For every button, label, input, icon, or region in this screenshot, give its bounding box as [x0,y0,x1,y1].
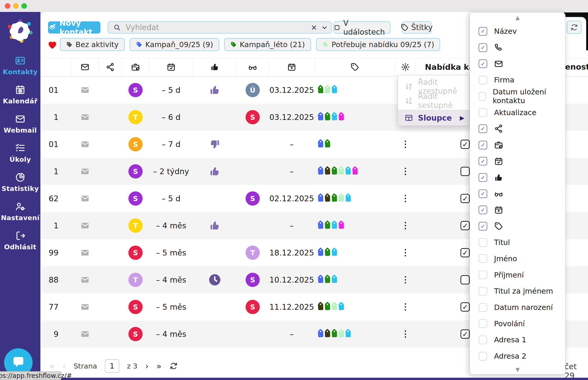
row-menu-button[interactable] [403,165,408,177]
column-toggle-firma[interactable]: Firma [470,72,565,88]
row-menu-button[interactable] [403,247,408,259]
checkbox-icon[interactable] [479,238,487,247]
column-toggle-jmeno[interactable]: Jméno [470,251,565,267]
offer-checkbox[interactable]: ✓ [460,329,470,339]
checkbox-icon[interactable]: ✓ [479,173,487,182]
offer-checkbox[interactable]: ✓ [460,194,470,203]
offer-checkbox[interactable] [460,167,470,176]
column-toggle-share[interactable]: ✓ [470,121,565,137]
column-toggle-adresa-2[interactable]: Adresa 2 [470,348,565,364]
checkbox-icon[interactable]: ✓ [479,190,487,198]
checkbox-icon[interactable] [479,303,487,312]
offer-checkbox[interactable]: ✓ [460,140,470,149]
menu-item-sort-ascending[interactable]: AZ Řadit vzestupně [398,79,469,94]
sidebar-item-webmail[interactable]: Webmail [0,109,40,138]
filter-chip[interactable]: Bez aktivity [60,38,125,51]
column-toggle-calendar-check[interactable]: ✓ [470,153,565,170]
checkbox-icon[interactable] [479,319,487,328]
checkbox-icon[interactable]: ✓ [479,206,487,214]
menu-item-columns[interactable]: Sloupce ▶ [398,110,469,126]
column-toggle-aktualizace[interactable]: Aktualizace [470,104,565,121]
menu-item-sort-descending[interactable]: ZA Řadit sestupně [398,94,469,108]
scroll-up-icon[interactable]: ▲ [515,15,519,21]
column-toggle-titul-za-jmenem[interactable]: Titul za jménem [470,283,565,299]
offer-checkbox[interactable]: ✓ [460,248,470,257]
reload-list-icon[interactable] [169,362,178,370]
envelope-icon[interactable] [71,76,99,104]
first-page-icon[interactable]: « [50,361,55,371]
column-toggle-tag[interactable]: ✓ [470,218,565,234]
checkbox-icon[interactable]: ✓ [479,27,487,36]
envelope-icon[interactable] [71,293,99,321]
new-contact-button[interactable]: Nový kontakt [48,21,100,34]
row-menu-button[interactable] [403,138,408,150]
row-menu-button[interactable] [403,220,408,232]
row-menu-button[interactable] [403,274,408,286]
column-toggle-datum-narozeni[interactable]: Datum narození [470,299,565,316]
checkbox-icon[interactable] [479,76,487,84]
sidebar-item-kontakty[interactable]: Kontakty [0,51,40,80]
column-toggle-datum-ulozeni-kontaktu[interactable]: Datum uložení kontaktu [470,88,565,105]
envelope-icon[interactable] [71,185,99,212]
refresh-button[interactable] [567,21,582,34]
sidebar-item-statistiky[interactable]: Statistiky [0,168,40,197]
column-toggle-glasses[interactable]: ✓ [470,186,565,202]
offer-checkbox[interactable]: ✓ [460,302,470,312]
envelope-icon[interactable] [71,131,99,158]
filter-chip[interactable]: Potřebuje nabídku 09/25 (7) [316,38,440,51]
row-menu-button[interactable] [403,328,408,340]
prev-page-icon[interactable]: ‹ [62,361,66,371]
column-toggle-calendar-star[interactable]: ✓ [470,202,565,218]
filter-chip[interactable]: Kampaň_léto (21) [224,38,311,51]
column-toggle-prijmeni[interactable]: Příjmení [470,267,565,283]
checkbox-icon[interactable] [479,108,487,117]
checkbox-icon[interactable] [479,352,487,361]
checkbox-icon[interactable]: ✓ [479,125,487,133]
checkbox-icon[interactable]: ✓ [479,43,487,52]
chevron-down-icon[interactable] [321,24,328,31]
envelope-icon[interactable] [71,321,99,348]
tags-filter-button[interactable]: Štítky [402,21,431,34]
sidebar-item-ukoly[interactable]: Úkoly [0,138,40,168]
page-number-input[interactable] [105,359,119,373]
favorites-heart-icon[interactable] [47,39,58,50]
last-page-icon[interactable]: » [156,361,162,371]
envelope-icon[interactable] [71,212,99,239]
envelope-icon[interactable] [71,239,99,266]
column-toggle-phone[interactable]: ✓ [470,39,565,56]
checkbox-icon[interactable] [479,254,487,263]
checkbox-icon[interactable] [479,336,487,344]
sidebar-item-odhlasit[interactable]: Odhlásit [0,226,40,255]
search-input[interactable] [125,23,311,32]
envelope-icon[interactable] [71,158,99,185]
sidebar-item-kalendar[interactable]: Kalendář [0,80,40,109]
scroll-down-icon[interactable]: ▼ [515,366,519,373]
checkbox-icon[interactable]: ✓ [479,141,487,149]
minimize-window-icon[interactable] [13,3,18,9]
column-toggle-adresa-1[interactable]: Adresa 1 [470,332,565,348]
checkbox-icon[interactable]: ✓ [479,157,487,165]
envelope-icon[interactable] [71,266,99,293]
checkbox-icon[interactable]: ✓ [479,222,487,230]
sidebar-item-nastaveni[interactable]: Nastavení [0,197,40,226]
offer-checkbox[interactable]: ✓ [460,221,470,230]
filter-chip[interactable]: Kampaň_09/25 (9) [130,38,219,51]
column-toggle-thumb-up[interactable]: ✓ [470,169,565,186]
column-toggle-nazev[interactable]: ✓Název [470,23,565,39]
column-settings-gear-icon[interactable] [395,58,416,76]
offer-checkbox[interactable] [460,275,470,285]
clear-search-icon[interactable] [311,24,317,31]
checkbox-icon[interactable]: ✓ [479,59,487,68]
column-toggle-povolani[interactable]: Povolání [470,315,565,332]
maximize-window-icon[interactable] [21,3,27,9]
row-menu-button[interactable] [403,301,408,313]
column-toggle-titul[interactable]: Titul [470,234,565,251]
row-menu-button[interactable] [403,192,408,205]
in-events-toggle[interactable]: V událostech [333,21,390,34]
checkbox-icon[interactable] [479,287,487,295]
column-toggle-envelope[interactable]: ✓ [470,56,565,72]
checkbox-icon[interactable] [479,92,486,101]
envelope-icon[interactable] [71,104,99,131]
column-toggle-briefcase-clock[interactable]: ✓ [470,137,565,153]
next-page-icon[interactable]: › [145,361,149,371]
